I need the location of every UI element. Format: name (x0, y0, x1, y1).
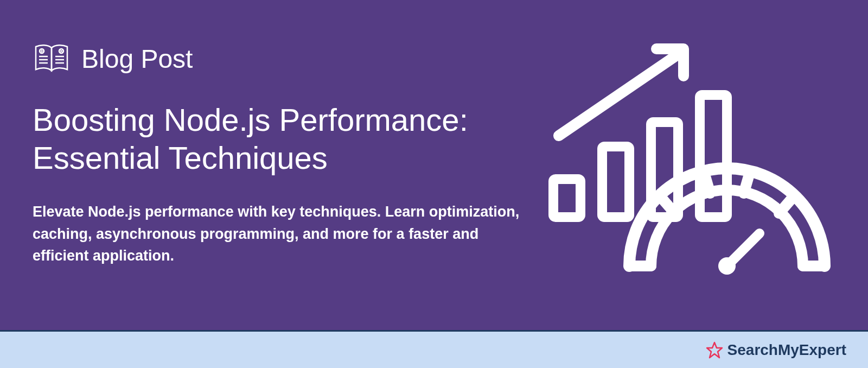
svg-rect-8 (553, 179, 580, 217)
svg-line-19 (727, 233, 760, 266)
category-label: Blog Post (81, 44, 193, 74)
performance-illustration-icon (542, 38, 835, 277)
brand-logo: SearchMyExpert (706, 341, 846, 359)
hero-banner: Blog Post Boosting Node.js Performance: … (0, 0, 868, 330)
star-icon (706, 341, 723, 359)
brand-name: SearchMyExpert (727, 341, 846, 359)
book-icon (33, 43, 71, 74)
category-row: Blog Post (33, 43, 521, 74)
footer-bar: SearchMyExpert (0, 330, 868, 368)
page-title: Boosting Node.js Performance: Essential … (33, 101, 521, 176)
description-text: Elevate Node.js performance with key tec… (33, 201, 521, 267)
svg-rect-9 (602, 147, 629, 217)
content-area: Blog Post Boosting Node.js Performance: … (33, 43, 521, 297)
